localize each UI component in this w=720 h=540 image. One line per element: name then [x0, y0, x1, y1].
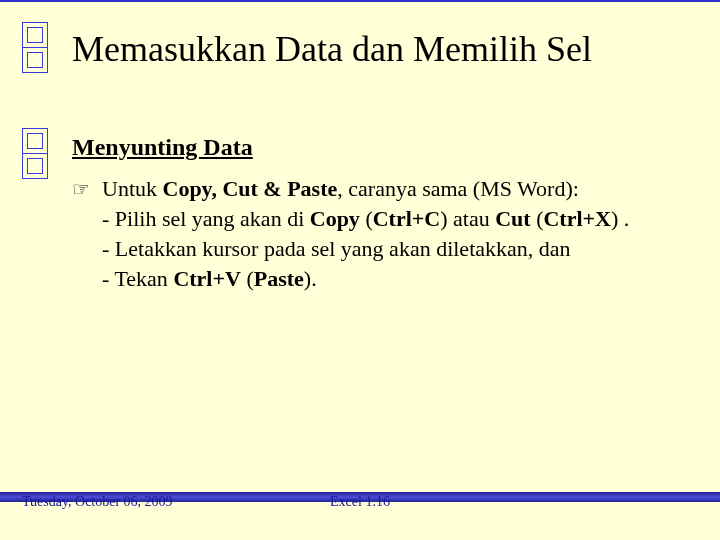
text: - Tekan — [102, 266, 173, 291]
text-bold: Cut — [495, 206, 530, 231]
bullet-sub-line: - Letakkan kursor pada sel yang akan dil… — [102, 234, 672, 264]
bullet-sub-line: - Tekan Ctrl+V (Paste). — [102, 264, 672, 294]
text: ) . — [611, 206, 629, 231]
text: ( — [531, 206, 544, 231]
bullet-lead-line: Untuk Copy, Cut & Paste, caranya sama (M… — [102, 174, 579, 204]
bullet-sub-line: - Pilih sel yang akan di Copy (Ctrl+C) a… — [102, 204, 672, 234]
text-bold: Copy, Cut & Paste — [163, 176, 338, 201]
square-icon — [22, 22, 48, 48]
slide-title: Memasukkan Data dan Memilih Sel — [72, 28, 592, 70]
text: ( — [360, 206, 373, 231]
text: ( — [241, 266, 254, 291]
bullet-item: ☞ Untuk Copy, Cut & Paste, caranya sama … — [72, 174, 672, 204]
pointing-hand-icon: ☞ — [72, 174, 102, 204]
corner-ornament-top — [22, 22, 48, 73]
body-text: ☞ Untuk Copy, Cut & Paste, caranya sama … — [72, 174, 672, 294]
square-icon — [22, 128, 48, 154]
text-bold: Paste — [254, 266, 304, 291]
text-bold: Ctrl+X — [543, 206, 611, 231]
square-icon — [22, 153, 48, 179]
text: , caranya sama (MS Word): — [337, 176, 579, 201]
top-rule — [0, 0, 720, 2]
footer-page-label: Excel 1.16 — [0, 494, 720, 510]
text-bold: Ctrl+V — [173, 266, 241, 291]
slide: Memasukkan Data dan Memilih Sel Menyunti… — [0, 0, 720, 540]
text-bold: Copy — [310, 206, 360, 231]
square-icon — [22, 47, 48, 73]
text: ). — [304, 266, 317, 291]
corner-ornament-body — [22, 128, 48, 179]
text: Untuk — [102, 176, 163, 201]
text: ) atau — [440, 206, 495, 231]
slide-subtitle: Menyunting Data — [72, 134, 253, 161]
text: - Pilih sel yang akan di — [102, 206, 310, 231]
text-bold: Ctrl+C — [373, 206, 441, 231]
